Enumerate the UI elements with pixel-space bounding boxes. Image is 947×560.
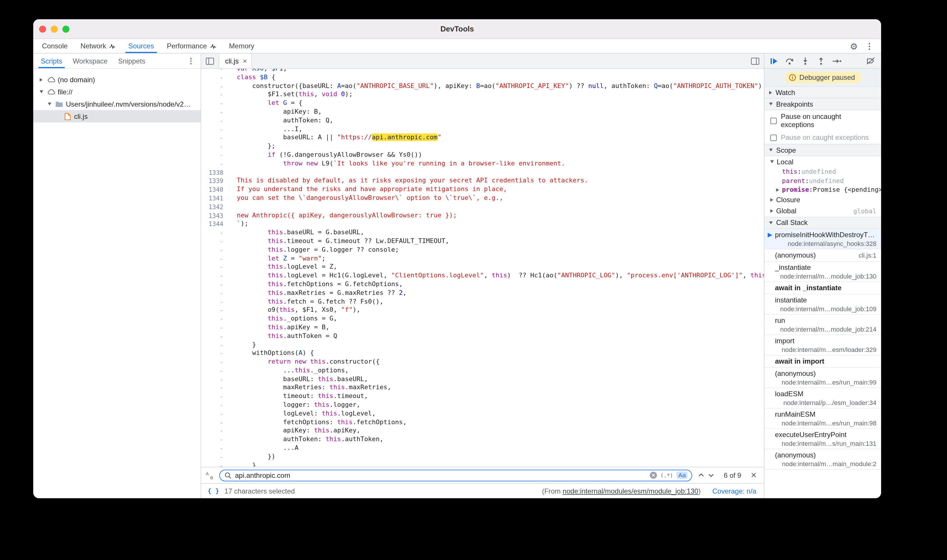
line-number[interactable]: - xyxy=(201,82,228,91)
checkbox[interactable] xyxy=(770,134,777,141)
line-content[interactable]: let G = { xyxy=(228,99,302,108)
line-content[interactable]: ...I, xyxy=(228,125,302,134)
line-content[interactable]: let Z = "warn"; xyxy=(228,254,326,263)
chevron-down-icon[interactable] xyxy=(45,103,54,106)
resume-button[interactable] xyxy=(768,55,780,67)
line-content[interactable]: this.maxRetries = G.maxRetries ?? 2, xyxy=(228,289,407,297)
tab-sources[interactable]: Sources xyxy=(122,39,160,53)
line-number[interactable]: - xyxy=(201,117,228,125)
line-number[interactable]: 1341 xyxy=(201,194,228,203)
line-content[interactable]: This is disabled by default, as it risks… xyxy=(228,177,588,186)
step-over-button[interactable] xyxy=(784,55,795,67)
call-stack-frame[interactable]: runnode:internal/m…module_job:214 xyxy=(765,314,881,335)
line-content[interactable]: var Xs0, $F1, xyxy=(228,69,287,74)
line-number[interactable]: - xyxy=(201,306,228,315)
call-stack-frame[interactable]: runMainESMnode:internal/m…es/run_main:98 xyxy=(765,408,881,429)
line-content[interactable]: If you understand the risks and have app… xyxy=(228,185,507,194)
next-match-button[interactable] xyxy=(707,471,716,480)
line-number[interactable]: - xyxy=(201,74,228,82)
line-content[interactable]: baseURL: A || "https://api.anthropic.com… xyxy=(228,134,441,143)
tab-console[interactable]: Console xyxy=(35,39,74,53)
line-number[interactable]: - xyxy=(201,108,228,117)
chevron-down-icon[interactable] xyxy=(37,90,45,93)
tree-item[interactable]: (no domain) xyxy=(33,74,201,86)
line-content[interactable]: throw new L9(`It looks like you're runni… xyxy=(228,160,565,168)
line-number[interactable]: - xyxy=(201,332,228,341)
line-content[interactable]: fetchOptions: this.fetchOptions, xyxy=(228,418,407,427)
line-number[interactable]: 1342 xyxy=(201,203,228,212)
call-stack-frame[interactable]: promiseInitHookWithDestroyTr…node:intern… xyxy=(765,229,881,249)
scope-property[interactable]: promise: Promise {<pending>} xyxy=(765,185,881,194)
line-content[interactable]: this.fetch = G.fetch ?? Fs0(), xyxy=(228,297,383,306)
line-number[interactable]: - xyxy=(201,142,228,151)
deactivate-breakpoints-button[interactable] xyxy=(865,55,876,67)
line-content[interactable]: }) xyxy=(228,453,275,462)
line-content[interactable]: ...A xyxy=(228,444,299,453)
line-number[interactable]: 1344 xyxy=(201,220,228,229)
navigator-tab-snippets[interactable]: Snippets xyxy=(113,54,150,68)
regex-toggle-button[interactable]: (.*) xyxy=(660,472,673,478)
pretty-print-button[interactable]: { } xyxy=(208,487,219,495)
line-content[interactable]: timeout: this.timeout, xyxy=(228,392,368,401)
line-content[interactable]: withOptions(A) { xyxy=(228,349,314,358)
line-number[interactable]: - xyxy=(201,366,228,375)
match-case-toggle-button[interactable]: Aa xyxy=(676,472,688,479)
line-number[interactable]: - xyxy=(201,125,228,134)
code-editor[interactable]: -var Xs0, $F1,-class $B {- constructor({… xyxy=(201,69,764,467)
line-number[interactable]: - xyxy=(201,160,228,168)
line-content[interactable]: return new this.constructor({ xyxy=(228,358,379,366)
line-number[interactable]: 1343 xyxy=(201,211,228,220)
line-number[interactable]: - xyxy=(201,99,228,108)
line-content[interactable]: ...this._options, xyxy=(228,366,349,375)
scope-group-global[interactable]: Globalglobal xyxy=(765,205,881,217)
line-content[interactable]: }; xyxy=(228,142,275,151)
line-content[interactable]: if (!G.dangerouslyAllowBrowser && Ys0()) xyxy=(228,151,422,160)
section-watch-header[interactable]: Watch xyxy=(765,86,881,98)
line-content[interactable] xyxy=(228,203,237,212)
step-into-button[interactable] xyxy=(799,55,811,67)
line-content[interactable]: this.baseURL = G.baseURL, xyxy=(228,228,364,237)
scope-group-closure[interactable]: Closure xyxy=(765,194,881,205)
tree-item[interactable]: file:// xyxy=(33,86,201,98)
line-content[interactable]: logger: this.logger, xyxy=(228,401,360,410)
line-content[interactable]: this.logLevel = Hc1(G.logLevel, "ClientO… xyxy=(228,272,764,280)
line-number[interactable]: - xyxy=(201,246,228,254)
call-stack-frame[interactable]: importnode:internal/m…esm/loader:329 xyxy=(765,335,881,355)
line-number[interactable]: - xyxy=(201,341,228,349)
section-call-stack-header[interactable]: Call Stack xyxy=(765,217,881,229)
file-tab-cli-js[interactable]: cli.js × xyxy=(219,54,252,68)
line-number[interactable]: - xyxy=(201,272,228,280)
line-content[interactable]: o9(this, $F1, Xs0, "f"), xyxy=(228,306,360,315)
line-number[interactable]: - xyxy=(201,358,228,366)
scope-property[interactable]: this: undefined xyxy=(765,167,881,176)
zoom-window-button[interactable] xyxy=(62,25,69,32)
scope-property[interactable]: parent: undefined xyxy=(765,176,881,185)
close-tab-icon[interactable]: × xyxy=(243,57,247,65)
tree-item[interactable]: Users/jinhuilee/.nvm/versions/node/v2… xyxy=(33,98,201,110)
call-stack-frame[interactable]: instantiatenode:internal/m…module_job:10… xyxy=(765,294,881,314)
settings-button[interactable]: ⚙ xyxy=(850,42,858,51)
line-number[interactable]: - xyxy=(201,461,228,467)
line-number[interactable]: - xyxy=(201,453,228,462)
line-number[interactable]: 1339 xyxy=(201,177,228,186)
line-content[interactable]: this.apiKey = B, xyxy=(228,323,330,332)
navigator-tab-scripts[interactable]: Scripts xyxy=(35,54,67,68)
call-stack-frame[interactable]: _instantiatenode:internal/m…module_job:1… xyxy=(765,262,881,282)
section-breakpoints-header[interactable]: Breakpoints xyxy=(765,98,881,110)
line-number[interactable]: - xyxy=(201,323,228,332)
line-content[interactable]: authToken: this.authToken, xyxy=(228,435,383,444)
close-window-button[interactable] xyxy=(39,25,46,32)
minimize-window-button[interactable] xyxy=(51,25,58,32)
line-content[interactable]: apiKey: B, xyxy=(228,108,322,117)
tree-item[interactable]: cli.js xyxy=(33,110,201,122)
line-number[interactable]: - xyxy=(201,401,228,410)
line-content[interactable]: baseURL: this.baseURL, xyxy=(228,375,368,384)
line-number[interactable]: - xyxy=(201,444,228,453)
ab-icon[interactable]: AB xyxy=(206,471,214,479)
line-content[interactable]: this.fetchOptions = G.fetchOptions, xyxy=(228,280,403,289)
call-stack-frame[interactable]: executeUserEntryPointnode:internal/m…s/r… xyxy=(765,429,881,449)
line-content[interactable]: this.timeout = G.timeout ?? Lw.DEFAULT_T… xyxy=(228,237,449,246)
line-number[interactable]: - xyxy=(201,349,228,358)
line-content[interactable]: this.logLevel = Z, xyxy=(228,263,337,272)
line-content[interactable]: apiKey: this.apiKey, xyxy=(228,427,360,435)
